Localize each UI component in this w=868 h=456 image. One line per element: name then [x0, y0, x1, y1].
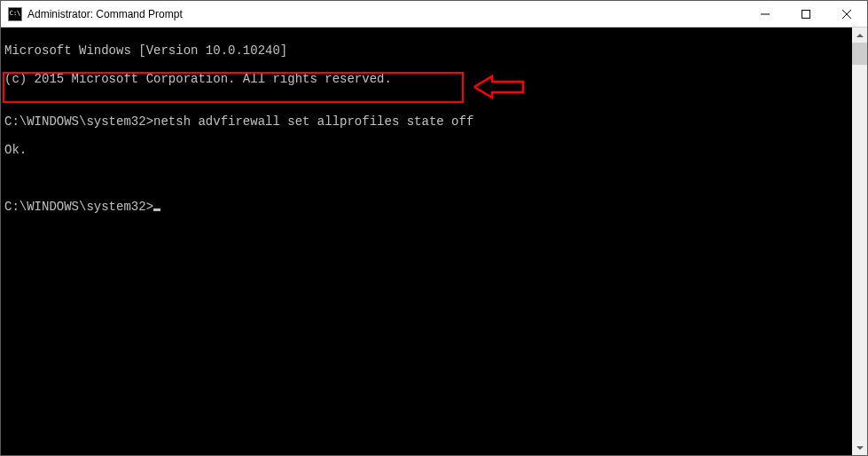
- scroll-track[interactable]: [852, 43, 867, 440]
- window-title: Administrator: Command Prompt: [27, 8, 745, 20]
- console-line: C:\WINDOWS\system32>netsh advfirewall se…: [4, 114, 852, 129]
- console-line: Microsoft Windows [Version 10.0.10240]: [4, 43, 852, 58]
- scroll-down-button[interactable]: [852, 440, 867, 455]
- window-controls: [745, 1, 867, 27]
- maximize-button[interactable]: [786, 1, 826, 27]
- prompt-path: C:\WINDOWS\system32>: [4, 114, 153, 129]
- command-prompt-window: Administrator: Command Prompt Microsoft …: [0, 0, 868, 456]
- scroll-up-button[interactable]: [852, 28, 867, 43]
- cmd-icon: [8, 7, 22, 21]
- minimize-button[interactable]: [745, 1, 786, 27]
- console-output[interactable]: Microsoft Windows [Version 10.0.10240] (…: [1, 28, 852, 455]
- prompt-path: C:\WINDOWS\system32>: [4, 200, 153, 214]
- scroll-thumb[interactable]: [852, 43, 867, 65]
- svg-marker-5: [856, 34, 864, 37]
- titlebar[interactable]: Administrator: Command Prompt: [1, 1, 867, 28]
- cursor-icon: [153, 208, 160, 211]
- console-line: (c) 2015 Microsoft Corporation. All righ…: [4, 72, 852, 86]
- vertical-scrollbar[interactable]: [852, 28, 867, 455]
- svg-rect-1: [802, 10, 810, 18]
- console-line: C:\WINDOWS\system32>: [4, 200, 852, 214]
- client-area: Microsoft Windows [Version 10.0.10240] (…: [1, 28, 867, 455]
- close-button[interactable]: [826, 1, 867, 27]
- prompt-command: netsh advfirewall set allprofiles state …: [153, 114, 473, 129]
- console-response: Ok.: [4, 143, 852, 157]
- svg-marker-6: [856, 446, 864, 450]
